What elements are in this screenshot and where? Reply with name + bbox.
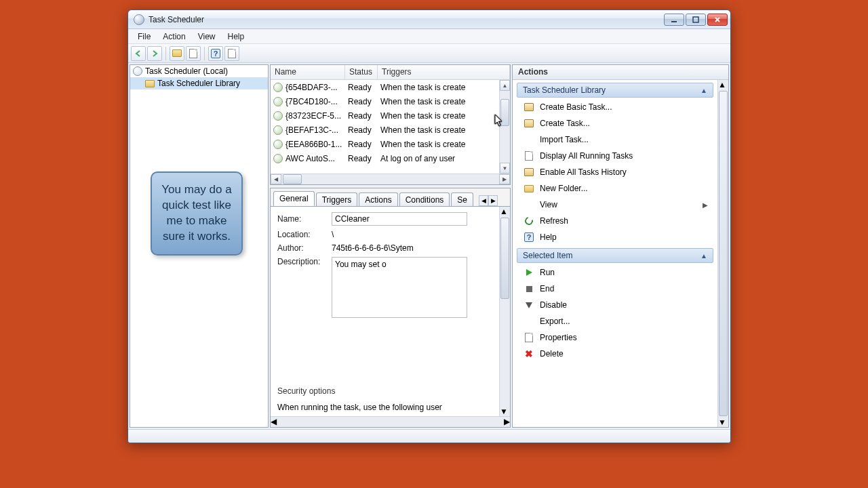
action-run[interactable]: Run	[517, 264, 713, 281]
cell-triggers: When the task is create	[380, 97, 509, 106]
scroll-thumb[interactable]	[500, 218, 509, 299]
scroll-down-button[interactable]: ▼	[718, 418, 728, 427]
scroll-left-button[interactable]: ◀	[271, 174, 281, 184]
minimize-button[interactable]	[664, 14, 684, 26]
action-import-task[interactable]: Import Task...	[517, 131, 713, 148]
scroll-down-button[interactable]: ▼	[500, 163, 510, 174]
list-header: Name Status Triggers	[271, 65, 510, 80]
action-refresh[interactable]: Refresh	[517, 213, 713, 229]
tab-general[interactable]: General	[273, 191, 315, 206]
description-field[interactable]: You may set o	[332, 257, 467, 318]
menu-help[interactable]: Help	[222, 30, 250, 43]
forward-button[interactable]	[147, 46, 162, 61]
scroll-up-button[interactable]: ▲	[500, 80, 510, 91]
task-list: Name Status Triggers {654BDAF3-...ReadyW…	[270, 64, 511, 185]
cell-name: AWC AutoS...	[285, 154, 348, 163]
table-row[interactable]: {83723ECF-5...ReadyWhen the task is crea…	[271, 108, 510, 123]
scroll-thumb[interactable]	[719, 91, 728, 416]
scroll-thumb[interactable]	[278, 418, 346, 426]
scroll-thumb[interactable]	[283, 174, 302, 184]
action-create-task[interactable]: Create Task...	[517, 115, 713, 131]
submenu-arrow-icon: ▶	[703, 201, 708, 209]
action-view[interactable]: View▶	[517, 197, 713, 213]
group-header-label: Selected Item	[523, 251, 572, 260]
menubar: File Action View Help	[128, 29, 730, 44]
properties-toolbar-button[interactable]	[224, 46, 239, 61]
group-header-label: Task Scheduler Library	[523, 85, 606, 95]
tab-settings-partial[interactable]: Se	[451, 192, 473, 207]
scroll-right-button[interactable]: ▶	[499, 174, 510, 184]
action-label: End	[540, 284, 554, 293]
show-hide-button[interactable]	[186, 46, 201, 61]
detail-vscrollbar[interactable]: ▲ ▼	[499, 207, 510, 416]
scroll-up-button[interactable]: ▲	[500, 207, 510, 216]
table-row[interactable]: {7BC4D180-...ReadyWhen the task is creat…	[271, 94, 510, 108]
cell-name: {83723ECF-5...	[285, 111, 348, 121]
close-button[interactable]	[707, 14, 728, 26]
action-export[interactable]: Export...	[517, 313, 713, 329]
action-delete[interactable]: ✖Delete	[517, 346, 713, 362]
action-label: Enable All Tasks History	[540, 167, 627, 177]
menu-action[interactable]: Action	[157, 30, 191, 43]
menu-view[interactable]: View	[193, 30, 221, 43]
folder-icon	[145, 79, 155, 88]
scroll-thumb[interactable]	[500, 99, 509, 126]
up-button[interactable]	[170, 46, 184, 61]
action-disable[interactable]: Disable	[517, 297, 713, 313]
table-row[interactable]: {654BDAF3-...ReadyWhen the task is creat…	[271, 80, 510, 94]
refresh-icon	[524, 216, 534, 226]
table-row[interactable]: {EEA866B0-1...ReadyWhen the task is crea…	[271, 137, 510, 151]
column-name[interactable]: Name	[271, 65, 345, 79]
titlebar[interactable]: Task Scheduler	[128, 10, 730, 29]
action-enable-history[interactable]: Enable All Tasks History	[517, 164, 713, 180]
tab-triggers[interactable]: Triggers	[316, 192, 358, 207]
list-vscrollbar[interactable]: ▲ ▼	[499, 80, 510, 174]
menu-file[interactable]: File	[132, 30, 156, 43]
cell-status: Ready	[348, 125, 380, 135]
list-hscrollbar[interactable]: ◀ ▶	[271, 174, 510, 184]
detail-hscrollbar[interactable]: ◀ ▶	[271, 416, 510, 427]
column-status[interactable]: Status	[345, 65, 378, 79]
action-end[interactable]: End	[517, 281, 713, 297]
maximize-button[interactable]	[686, 14, 706, 26]
running-icon	[524, 150, 534, 161]
name-label: Name:	[277, 214, 332, 224]
table-row[interactable]: AWC AutoS...ReadyAt log on of any user	[271, 151, 510, 165]
group-header-selected[interactable]: Selected Item ▲	[517, 248, 713, 263]
action-create-basic-task[interactable]: Create Basic Task...	[517, 99, 713, 115]
help-toolbar-button[interactable]: ?	[208, 46, 223, 61]
cell-triggers: When the task is create	[380, 125, 509, 135]
sheet-icon	[189, 49, 197, 58]
action-display-running[interactable]: Display All Running Tasks	[517, 148, 713, 164]
help-icon: ?	[211, 49, 220, 58]
actions-pane: Actions Task Scheduler Library ▲ Create …	[512, 64, 729, 428]
cell-name: {BEFAF13C-...	[285, 125, 348, 135]
group-header-library[interactable]: Task Scheduler Library ▲	[517, 83, 713, 98]
task-icon	[273, 140, 283, 149]
scroll-left-button[interactable]: ◀	[271, 417, 277, 427]
scroll-right-button[interactable]: ▶	[504, 417, 510, 427]
author-label: Author:	[277, 243, 332, 253]
column-triggers[interactable]: Triggers	[378, 65, 510, 79]
actions-pane-title: Actions	[513, 65, 728, 80]
disable-icon	[524, 300, 534, 310]
tab-actions[interactable]: Actions	[359, 192, 397, 207]
task-icon	[524, 118, 534, 129]
tab-scroll-right[interactable]: ▶	[488, 195, 498, 206]
action-properties[interactable]: Properties	[517, 329, 713, 346]
svg-rect-1	[693, 17, 698, 22]
cell-name: {EEA866B0-1...	[285, 140, 348, 149]
table-row[interactable]: {BEFAF13C-...ReadyWhen the task is creat…	[271, 123, 510, 137]
back-button[interactable]	[131, 46, 146, 61]
tab-scroll-left[interactable]: ◀	[479, 195, 488, 206]
tree-root-label: Task Scheduler (Local)	[145, 66, 228, 76]
tree-root[interactable]: Task Scheduler (Local)	[130, 65, 268, 77]
scroll-down-button[interactable]: ▼	[500, 407, 510, 416]
name-field[interactable]	[332, 212, 467, 226]
tree-library[interactable]: Task Scheduler Library	[130, 77, 268, 89]
action-new-folder[interactable]: New Folder...	[517, 180, 713, 197]
tab-conditions[interactable]: Conditions	[399, 192, 450, 207]
actions-vscrollbar[interactable]: ▲ ▼	[717, 80, 728, 427]
action-help[interactable]: ?Help	[517, 229, 713, 245]
scroll-up-button[interactable]: ▲	[718, 80, 728, 89]
